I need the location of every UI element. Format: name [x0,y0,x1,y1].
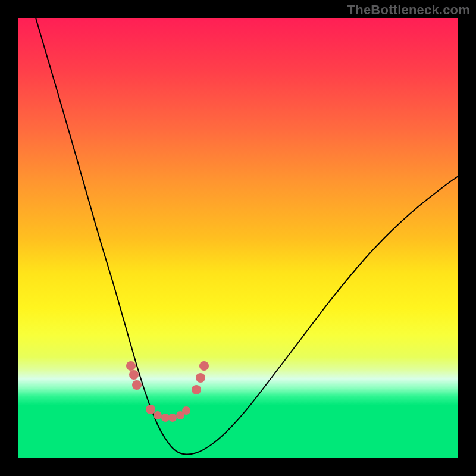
marker-dot [129,370,139,380]
marker-dot [176,411,184,419]
attribution-text: TheBottleneck.com [347,2,470,18]
marker-dot [154,411,162,419]
marker-dot [182,406,190,415]
marker-group [126,361,209,422]
marker-dot [168,414,177,422]
curve-layer [18,18,458,458]
marker-dot [132,380,142,390]
marker-dot [161,414,170,422]
chart-frame: TheBottleneck.com [0,0,476,476]
marker-dot [126,361,136,371]
marker-dot [199,361,209,371]
plot-area [18,18,458,458]
marker-dot [192,385,201,394]
bottleneck-curve [36,18,458,455]
marker-dot [196,373,205,383]
marker-dot [146,405,155,414]
